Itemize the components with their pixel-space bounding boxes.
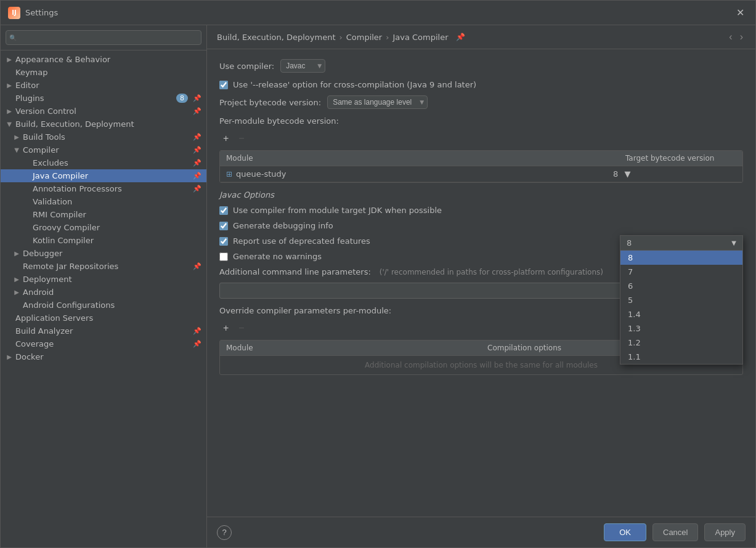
arrow-icon: ▶ bbox=[6, 108, 13, 115]
dropdown-option[interactable]: 5 bbox=[620, 293, 742, 307]
additional-params-hint: ('/' recommended in paths for cross-plat… bbox=[380, 268, 603, 276]
sidebar-tree: ▶Appearance & BehaviorKeymap▶EditorPlugi… bbox=[1, 50, 206, 547]
sidebar-item-deployment[interactable]: ▶Deployment bbox=[1, 273, 206, 286]
javac-option-label: Use compiler from module target JDK when… bbox=[233, 206, 442, 215]
sidebar-item-label: Build, Execution, Deployment bbox=[15, 119, 201, 129]
sidebar-item-editor[interactable]: ▶Editor bbox=[1, 79, 206, 92]
sidebar-item-label: Validation bbox=[33, 197, 201, 206]
bottom-left: ? bbox=[217, 525, 232, 540]
sidebar-item-rmi-compiler[interactable]: RMI Compiler bbox=[1, 208, 206, 221]
javac-option-checkbox[interactable] bbox=[219, 252, 228, 261]
sidebar-item-label: Remote Jar Repositories bbox=[23, 262, 190, 271]
sidebar-item-kotlin-compiler[interactable]: Kotlin Compiler bbox=[1, 234, 206, 247]
sidebar-item-label: Build Analyzer bbox=[15, 326, 190, 336]
arrow-icon: ▶ bbox=[13, 250, 20, 257]
dropdown-option[interactable]: 8 bbox=[620, 251, 742, 265]
bottom-bar: ? OK Cancel Apply bbox=[207, 517, 755, 547]
override-add-button[interactable]: + bbox=[219, 321, 232, 335]
sidebar-item-label: Plugins bbox=[15, 94, 176, 103]
bytecode-version-select[interactable]: Same as language level 8 7 bbox=[327, 95, 428, 109]
breadcrumb-bar: Build, Execution, Deployment › Compiler … bbox=[207, 25, 755, 49]
apply-button[interactable]: Apply bbox=[704, 523, 746, 541]
sidebar-item-appearance[interactable]: ▶Appearance & Behavior bbox=[1, 53, 206, 66]
pin-icon: 📌 bbox=[193, 94, 201, 102]
title-bar: IJ Settings ✕ bbox=[1, 1, 755, 25]
pin-icon: 📌 bbox=[193, 146, 201, 154]
sidebar-item-label: Android Configurations bbox=[23, 300, 201, 310]
use-compiler-row: Use compiler: Javac Eclipse Ajc bbox=[219, 59, 743, 73]
remove-module-button[interactable]: − bbox=[235, 132, 248, 145]
add-module-button[interactable]: + bbox=[219, 132, 232, 145]
sidebar-item-android[interactable]: ▶Android bbox=[1, 286, 206, 299]
javac-option-checkbox[interactable] bbox=[219, 222, 228, 230]
sidebar-item-build-analyzer[interactable]: Build Analyzer📌 bbox=[1, 324, 206, 337]
sidebar-item-validation[interactable]: Validation bbox=[1, 195, 206, 208]
cross-compile-checkbox[interactable] bbox=[219, 81, 228, 89]
target-dropdown-container: 8 ▼ 87651.41.31.21.1 bbox=[620, 235, 743, 365]
dropdown-arrow: ▼ bbox=[731, 240, 736, 246]
col-target: Target bytecode version bbox=[619, 151, 742, 166]
target-dropdown-arrow[interactable]: ▼ bbox=[624, 169, 630, 179]
compiler-select[interactable]: Javac Eclipse Ajc bbox=[280, 59, 325, 73]
per-module-title: Per-module bytecode version: bbox=[219, 116, 743, 126]
settings-dialog: IJ Settings ✕ ▶Appearance & BehaviorKeym… bbox=[0, 0, 756, 548]
sidebar-item-keymap[interactable]: Keymap bbox=[1, 66, 206, 79]
sidebar-item-label: Excludes bbox=[33, 158, 190, 167]
arrow-icon: ▼ bbox=[13, 147, 20, 153]
javac-options-title: Javac Options bbox=[219, 190, 743, 199]
cancel-button[interactable]: Cancel bbox=[652, 523, 698, 541]
sidebar-item-label: Android bbox=[23, 288, 201, 297]
sidebar-item-label: Coverage bbox=[15, 339, 190, 349]
sidebar-item-label: Appearance & Behavior bbox=[15, 55, 201, 64]
pin-icon: 📌 bbox=[193, 327, 201, 335]
sidebar-item-android-configurations[interactable]: Android Configurations bbox=[1, 299, 206, 312]
module-name: queue-study bbox=[236, 169, 286, 179]
sidebar-item-plugins[interactable]: Plugins8📌 bbox=[1, 92, 206, 105]
sidebar-item-version-control[interactable]: ▶Version Control📌 bbox=[1, 105, 206, 118]
javac-option-checkbox[interactable] bbox=[219, 206, 228, 215]
sidebar-item-coverage[interactable]: Coverage📌 bbox=[1, 337, 206, 350]
nav-forward-button[interactable]: › bbox=[738, 30, 746, 44]
nav-arrows: ‹ › bbox=[726, 30, 746, 44]
dropdown-list: 87651.41.31.21.1 bbox=[620, 251, 742, 364]
override-remove-button[interactable]: − bbox=[235, 321, 248, 335]
sidebar-item-label: Editor bbox=[15, 81, 201, 90]
sidebar-item-annotation-processors[interactable]: Annotation Processors📌 bbox=[1, 182, 206, 195]
per-module-table: Module Target bytecode version ⊞ queue-s… bbox=[219, 150, 743, 183]
search-input[interactable] bbox=[6, 30, 201, 45]
nav-back-button[interactable]: ‹ bbox=[726, 30, 734, 44]
dropdown-option[interactable]: 1.2 bbox=[620, 336, 742, 350]
col-module: Module bbox=[220, 151, 619, 166]
sidebar-item-groovy-compiler[interactable]: Groovy Compiler bbox=[1, 221, 206, 234]
sidebar-item-remote-jar-repos[interactable]: Remote Jar Repositories📌 bbox=[1, 260, 206, 273]
target-value: 8 bbox=[613, 169, 618, 179]
sidebar: ▶Appearance & BehaviorKeymap▶EditorPlugi… bbox=[1, 25, 207, 547]
sidebar-item-java-compiler[interactable]: Java Compiler📌 bbox=[1, 169, 206, 182]
dropdown-option[interactable]: 1.4 bbox=[620, 307, 742, 321]
sidebar-item-label: Keymap bbox=[15, 68, 201, 77]
sidebar-item-compiler[interactable]: ▼Compiler📌 bbox=[1, 143, 206, 156]
ok-button[interactable]: OK bbox=[604, 523, 646, 541]
sidebar-item-excludes[interactable]: Excludes📌 bbox=[1, 156, 206, 169]
cell-target: 8 ▼ bbox=[613, 169, 736, 179]
breadcrumb-sep-1: › bbox=[339, 33, 342, 42]
override-col-module: Module bbox=[220, 340, 481, 355]
sidebar-item-build-exec-deploy[interactable]: ▼Build, Execution, Deployment bbox=[1, 118, 206, 131]
dropdown-option[interactable]: 7 bbox=[620, 265, 742, 279]
sidebar-item-build-tools[interactable]: ▶Build Tools📌 bbox=[1, 131, 206, 143]
sidebar-item-application-servers[interactable]: Application Servers bbox=[1, 312, 206, 324]
content-area: Use compiler: Javac Eclipse Ajc Use '--r… bbox=[207, 49, 755, 517]
table-row[interactable]: ⊞ queue-study 8 ▼ bbox=[220, 166, 742, 182]
dropdown-option[interactable]: 1.1 bbox=[620, 350, 742, 364]
sidebar-item-debugger[interactable]: ▶Debugger bbox=[1, 247, 206, 260]
sidebar-item-label: Annotation Processors bbox=[33, 184, 190, 193]
close-button[interactable]: ✕ bbox=[733, 6, 748, 20]
dropdown-option[interactable]: 1.3 bbox=[620, 321, 742, 336]
help-button[interactable]: ? bbox=[217, 525, 232, 540]
javac-option-label: Generate debugging info bbox=[233, 221, 333, 230]
javac-option-checkbox[interactable] bbox=[219, 237, 228, 246]
cross-compile-label: Use '--release' option for cross-compila… bbox=[233, 80, 476, 89]
sidebar-item-docker[interactable]: ▶Docker bbox=[1, 350, 206, 363]
dropdown-option[interactable]: 6 bbox=[620, 279, 742, 293]
sidebar-item-label: Compiler bbox=[23, 145, 190, 155]
